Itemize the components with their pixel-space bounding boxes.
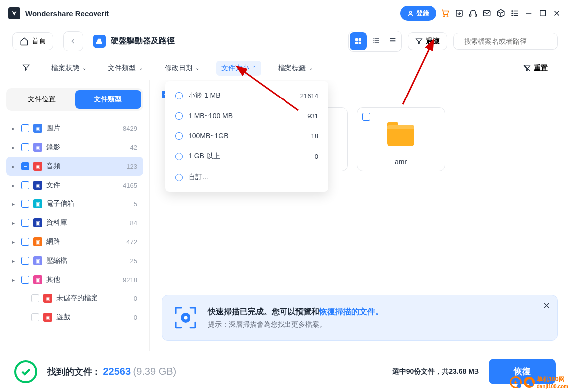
folder-card[interactable]: amr (357, 107, 445, 171)
scan-banner: 快速掃描已完成。您可以預覽和恢復掃描的文件。 提示：深層掃描會為您找出更多檔案。… (162, 295, 558, 341)
category-checkbox[interactable] (21, 181, 29, 189)
filter-tag[interactable]: 檔案標籤⌄ (273, 61, 318, 76)
search-box[interactable] (453, 33, 558, 50)
folder-icon (387, 125, 414, 146)
tab-location[interactable]: 文件位置 (8, 90, 75, 109)
sidebar-item[interactable]: ▸▣其他9218 (6, 270, 143, 289)
subitem-checkbox[interactable] (31, 294, 39, 302)
category-checkbox[interactable] (21, 200, 29, 208)
sidebar-item-count: 0 (134, 314, 137, 321)
tab-type[interactable]: 文件類型 (75, 90, 142, 109)
category-checkbox[interactable] (21, 276, 29, 284)
category-icon: ▣ (33, 218, 42, 227)
menu-icon[interactable] (510, 8, 520, 18)
dropdown-option[interactable]: 1 GB 以上0 (165, 146, 328, 167)
found-size: (9.39 GB) (133, 366, 177, 377)
view-list-button[interactable] (368, 31, 384, 49)
filter-type[interactable]: 文件類型⌄ (103, 61, 148, 76)
filter-date[interactable]: 修改日期⌄ (160, 61, 204, 76)
sidebar-item-count: 42 (130, 144, 137, 151)
option-label: 1 MB~100 MB (189, 112, 301, 120)
found-label: 找到的文件： (47, 367, 101, 377)
sidebar-subitem[interactable]: ▣未儲存的檔案0 (6, 289, 143, 308)
sidebar-item[interactable]: ▸▣圖片8429 (6, 119, 143, 138)
view-grid-button[interactable] (350, 32, 367, 50)
scan-eye-icon (172, 304, 199, 331)
sidebar-item[interactable]: ▸▣資料庫84 (6, 213, 143, 232)
svg-rect-18 (355, 38, 358, 41)
sidebar-item-count: 123 (126, 163, 137, 170)
banner-close-icon[interactable]: ✕ (543, 300, 550, 311)
filter-status[interactable]: 檔案狀態⌄ (46, 61, 91, 76)
minimize-icon[interactable] (524, 8, 534, 18)
option-count: 931 (307, 112, 318, 120)
sidebar-item-label: 音頻 (46, 162, 122, 171)
dropdown-option[interactable]: 100MB~1GB18 (165, 126, 328, 146)
category-checkbox[interactable] (21, 143, 29, 151)
cart-icon[interactable] (440, 8, 450, 18)
filter-button[interactable]: 過濾 (408, 32, 447, 50)
svg-rect-4 (470, 14, 471, 17)
category-icon: ▣ (33, 143, 42, 152)
option-count: 21614 (300, 92, 318, 99)
svg-rect-19 (359, 38, 361, 41)
svg-point-2 (447, 16, 448, 17)
mail-icon[interactable] (482, 8, 492, 18)
category-icon: ▣ (43, 313, 52, 322)
sidebar-item[interactable]: ▸▣網路472 (6, 232, 143, 251)
funnel-icon (22, 63, 30, 73)
cube-icon[interactable] (496, 8, 506, 18)
option-label: 1 GB 以上 (189, 152, 309, 161)
selection-info: 選中90份文件，共23.68 MB (392, 367, 479, 376)
login-button[interactable]: 登錄 (400, 6, 436, 21)
chevron-right-icon: ▸ (12, 258, 17, 264)
category-checkbox[interactable] (21, 162, 29, 170)
filter-size[interactable]: 文件大小⌃ (216, 61, 261, 76)
headset-icon[interactable] (468, 8, 478, 18)
dropdown-option[interactable]: 小於 1 MB21614 (165, 85, 328, 106)
sidebar-subitem[interactable]: ▣遊戲0 (6, 308, 143, 327)
sidebar-item-label: 圖片 (46, 124, 119, 133)
svg-point-0 (409, 11, 411, 13)
banner-sub: 提示：深層掃描會為您找出更多檔案。 (208, 320, 547, 329)
back-button[interactable] (63, 31, 83, 51)
reset-button[interactable]: 重置 (523, 64, 548, 73)
sidebar-item[interactable]: ▸▣音頻123 (6, 157, 143, 176)
category-checkbox[interactable] (21, 219, 29, 227)
category-icon: ▣ (33, 256, 42, 265)
svg-point-9 (512, 13, 513, 14)
sidebar-item-label: 文件 (46, 181, 119, 190)
category-icon: ▣ (33, 199, 42, 208)
folder-checkbox[interactable] (362, 113, 370, 121)
size-dropdown: 小於 1 MB216141 MB~100 MB931100MB~1GB181 G… (165, 81, 328, 192)
maximize-icon[interactable] (538, 8, 548, 18)
category-checkbox[interactable] (21, 257, 29, 265)
option-label: 100MB~1GB (189, 132, 305, 140)
category-icon: ▣ (33, 124, 42, 133)
close-icon[interactable] (552, 8, 562, 18)
export-icon[interactable] (454, 8, 464, 18)
chevron-right-icon: ▸ (12, 126, 17, 131)
category-checkbox[interactable] (21, 238, 29, 246)
breadcrumb: 硬盤驅動器及路徑 (93, 35, 175, 48)
check-circle-icon (14, 360, 37, 383)
sidebar-item[interactable]: ▸▣錄影42 (6, 138, 143, 157)
home-button[interactable]: 首頁 (12, 32, 53, 50)
svg-rect-5 (475, 14, 477, 17)
dropdown-option[interactable]: 自訂... (165, 167, 328, 188)
sidebar-item[interactable]: ▸▣電子信箱5 (6, 195, 143, 213)
view-detail-button[interactable] (384, 31, 401, 49)
sidebar-item[interactable]: ▸▣壓縮檔25 (6, 251, 143, 270)
category-checkbox[interactable] (21, 124, 29, 132)
sidebar-item-label: 網路 (46, 237, 122, 246)
search-input[interactable] (464, 37, 551, 45)
sidebar-item-label: 未儲存的檔案 (56, 294, 130, 303)
sidebar-item-count: 8429 (123, 125, 137, 132)
option-count: 18 (311, 132, 318, 140)
dropdown-option[interactable]: 1 MB~100 MB931 (165, 106, 328, 126)
banner-link[interactable]: 恢復掃描的文件。 (319, 307, 383, 316)
chevron-right-icon: ▸ (12, 201, 17, 207)
subitem-checkbox[interactable] (31, 313, 39, 321)
svg-rect-14 (540, 11, 546, 16)
sidebar-item[interactable]: ▸▣文件4165 (6, 176, 143, 195)
